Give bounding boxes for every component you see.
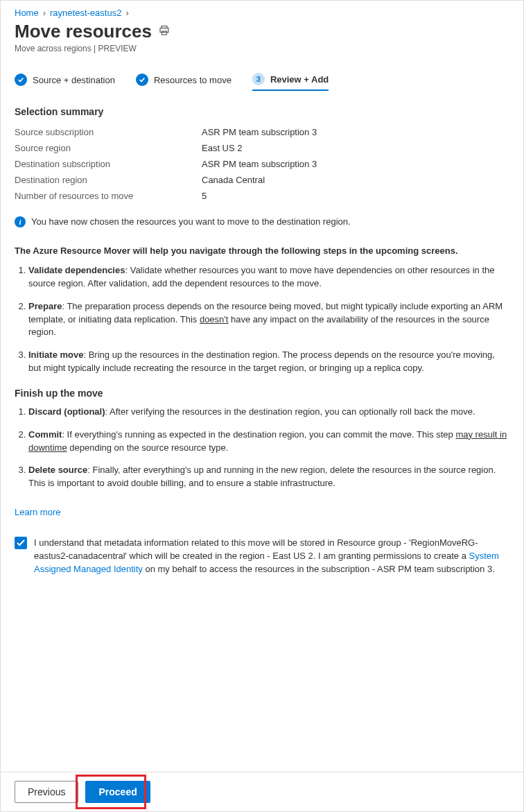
list-item: Validate dependencies: Validate whether … bbox=[28, 264, 509, 291]
intro-text: The Azure Resource Mover will help you n… bbox=[15, 245, 509, 256]
chevron-right-icon: › bbox=[125, 8, 128, 18]
summary-label: Destination region bbox=[15, 175, 202, 185]
summary-label: Number of resources to move bbox=[15, 191, 202, 201]
chevron-right-icon: › bbox=[43, 8, 46, 18]
breadcrumb-home[interactable]: Home bbox=[15, 8, 39, 18]
summary-label: Source subscription bbox=[15, 127, 202, 137]
breadcrumb-resource-group[interactable]: raynetest-eastus2 bbox=[50, 8, 121, 18]
summary-value: East US 2 bbox=[202, 143, 243, 153]
check-icon bbox=[136, 74, 148, 86]
summary-value: 5 bbox=[202, 191, 207, 201]
proceed-button[interactable]: Proceed bbox=[85, 781, 150, 803]
print-icon[interactable] bbox=[159, 25, 170, 38]
selection-summary-title: Selection summary bbox=[15, 106, 509, 117]
consent-row: I understand that metadata information r… bbox=[15, 537, 509, 576]
tab-label: Source + destination bbox=[33, 75, 115, 85]
steps-list-main: Validate dependencies: Validate whether … bbox=[15, 264, 509, 375]
breadcrumb: Home › raynetest-eastus2 › bbox=[15, 8, 509, 18]
check-icon bbox=[15, 74, 27, 86]
page-title: Move resources bbox=[15, 21, 152, 42]
steps-list-finish: Discard (optional): After verifying the … bbox=[15, 406, 509, 490]
consent-text: I understand that metadata information r… bbox=[34, 537, 509, 576]
list-item: Delete source: Finally, after everything… bbox=[28, 464, 509, 490]
learn-more-link[interactable]: Learn more bbox=[15, 507, 60, 517]
tab-resources-to-move[interactable]: Resources to move bbox=[136, 73, 232, 91]
list-item: Prepare: The preparation process depends… bbox=[28, 300, 509, 340]
tab-label: Resources to move bbox=[154, 75, 232, 85]
step-number-icon: 3 bbox=[252, 73, 265, 85]
summary-label: Destination subscription bbox=[15, 159, 202, 169]
previous-button[interactable]: Previous bbox=[15, 781, 78, 803]
svg-rect-2 bbox=[161, 31, 166, 35]
info-icon: i bbox=[15, 216, 26, 227]
list-item: Discard (optional): After verifying the … bbox=[28, 406, 509, 419]
step-tabs: Source + destination Resources to move 3… bbox=[15, 73, 509, 91]
info-message: i You have now chosen the resources you … bbox=[15, 216, 509, 227]
summary-value: ASR PM team subscription 3 bbox=[202, 159, 317, 169]
summary-value: Canada Central bbox=[202, 175, 265, 185]
tab-label: Review + Add bbox=[270, 74, 329, 85]
page-subtitle: Move across regions | PREVIEW bbox=[15, 44, 509, 53]
info-text: You have now chosen the resources you wa… bbox=[31, 216, 351, 227]
summary-label: Source region bbox=[15, 143, 202, 153]
summary-value: ASR PM team subscription 3 bbox=[202, 127, 317, 137]
tab-source-destination[interactable]: Source + destination bbox=[15, 73, 115, 91]
consent-checkbox[interactable] bbox=[15, 537, 27, 549]
footer-bar: Previous Proceed bbox=[1, 772, 523, 811]
tab-review-add[interactable]: 3 Review + Add bbox=[252, 73, 329, 91]
list-item: Initiate move: Bring up the resources in… bbox=[28, 349, 509, 375]
list-item: Commit: If everything's running as expec… bbox=[28, 429, 509, 455]
finish-title: Finish up the move bbox=[15, 388, 509, 399]
